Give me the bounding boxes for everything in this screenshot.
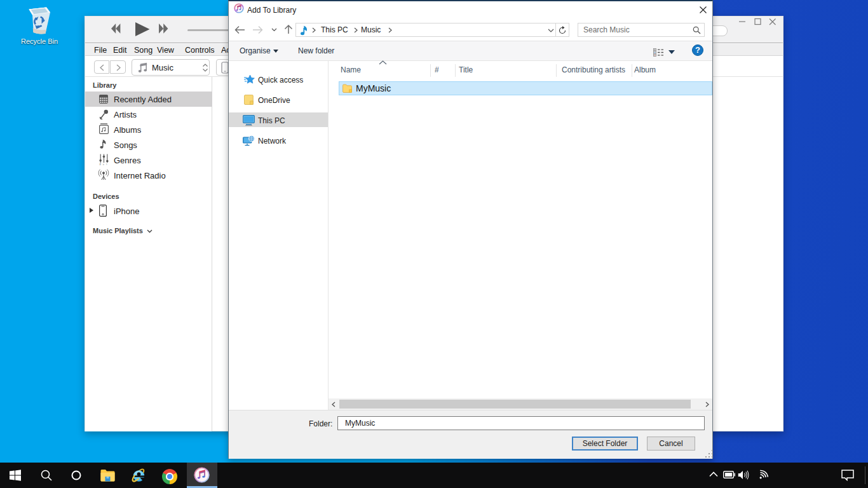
svg-text:♭: ♭	[103, 163, 104, 165]
svg-text:♮: ♮	[106, 163, 107, 165]
svg-text:♯: ♯	[99, 163, 101, 165]
